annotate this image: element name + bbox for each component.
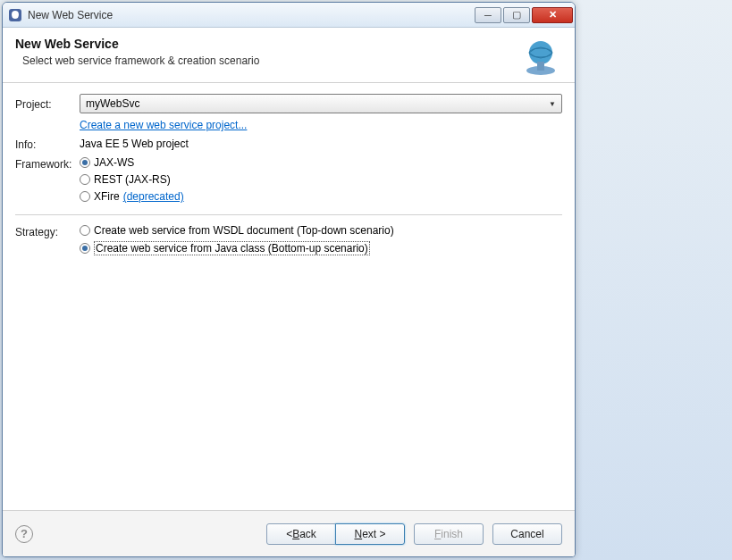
dialog-window: New Web Service ─ ▢ ✕ New Web Service Se… bbox=[2, 2, 576, 557]
app-icon bbox=[8, 8, 22, 22]
framework-label: Framework: bbox=[15, 156, 80, 171]
strategy-option-label: Create web service from Java class (Bott… bbox=[94, 241, 370, 255]
project-label: Project: bbox=[15, 96, 80, 111]
minimize-button[interactable]: ─ bbox=[475, 7, 501, 23]
strategy-option-topdown[interactable]: Create web service from WSDL document (T… bbox=[80, 224, 562, 237]
next-button[interactable]: Next > bbox=[335, 523, 405, 545]
titlebar[interactable]: New Web Service ─ ▢ ✕ bbox=[3, 3, 575, 28]
header-subtitle: Select web service framework & creation … bbox=[15, 54, 519, 67]
strategy-label: Strategy: bbox=[15, 224, 80, 238]
dialog-header: New Web Service Select web service frame… bbox=[3, 28, 575, 83]
framework-option-label: JAX-WS bbox=[94, 156, 134, 169]
framework-option-label: REST (JAX-RS) bbox=[94, 173, 171, 186]
strategy-option-label: Create web service from WSDL document (T… bbox=[94, 224, 394, 237]
info-value: Java EE 5 Web project bbox=[80, 138, 562, 150]
radio-icon bbox=[80, 225, 90, 236]
project-dropdown-value: myWebSvc bbox=[86, 97, 139, 110]
info-label: Info: bbox=[15, 137, 80, 151]
framework-option-xfire[interactable]: XFire (deprecated) bbox=[80, 190, 562, 203]
dialog-footer: ? < Back Next > Finish Cancel bbox=[3, 510, 575, 556]
framework-option-rest[interactable]: REST (JAX-RS) bbox=[80, 173, 562, 186]
svg-rect-4 bbox=[537, 62, 544, 71]
radio-icon bbox=[80, 157, 90, 168]
maximize-button[interactable]: ▢ bbox=[503, 7, 530, 23]
strategy-option-bottomup[interactable]: Create web service from Java class (Bott… bbox=[80, 241, 562, 255]
svg-point-1 bbox=[529, 41, 552, 64]
framework-option-label: XFire bbox=[94, 190, 120, 203]
titlebar-title: New Web Service bbox=[28, 9, 475, 21]
radio-icon bbox=[80, 191, 90, 202]
finish-button[interactable]: Finish bbox=[414, 523, 484, 545]
cancel-button[interactable]: Cancel bbox=[492, 523, 562, 545]
back-button[interactable]: < Back bbox=[266, 523, 336, 545]
framework-option-jaxws[interactable]: JAX-WS bbox=[80, 156, 562, 169]
help-icon[interactable]: ? bbox=[15, 525, 33, 543]
divider bbox=[15, 214, 562, 215]
radio-icon bbox=[80, 174, 90, 185]
header-title: New Web Service bbox=[15, 37, 519, 51]
close-button[interactable]: ✕ bbox=[532, 7, 573, 23]
radio-icon bbox=[80, 243, 90, 254]
web-service-icon bbox=[519, 37, 562, 79]
chevron-down-icon: ▼ bbox=[549, 100, 556, 108]
project-dropdown[interactable]: myWebSvc ▼ bbox=[80, 94, 562, 113]
deprecated-link[interactable]: (deprecated) bbox=[123, 190, 184, 203]
create-project-link[interactable]: Create a new web service project... bbox=[80, 119, 247, 131]
